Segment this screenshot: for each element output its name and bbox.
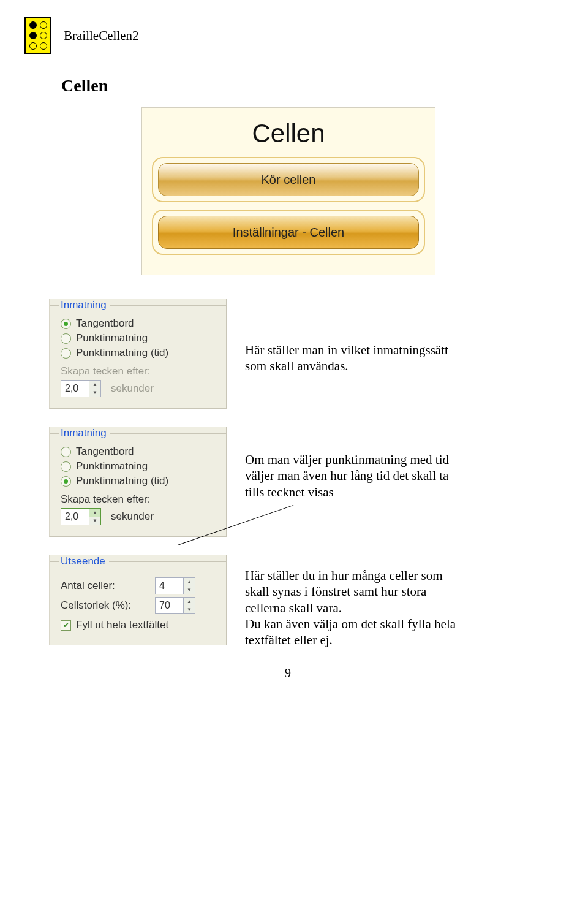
panel2-description: Om man väljer punktinmatning med tid väl… bbox=[245, 452, 466, 500]
group-title: Inmatning bbox=[59, 299, 110, 315]
run-button-frame: Kör cellen bbox=[152, 157, 425, 202]
spinner-down-icon[interactable]: ▼ bbox=[89, 517, 100, 525]
create-after-label: Skapa tecken efter: bbox=[61, 365, 220, 378]
seconds-unit: sekunder bbox=[111, 511, 154, 523]
section-heading: Cellen bbox=[61, 76, 551, 96]
settings-button-frame: Inställningar - Cellen bbox=[152, 210, 425, 255]
appearance-group: Utseende Antal celler: 4 ▲ ▼ Cellstorlek… bbox=[49, 555, 227, 645]
fill-textfield-checkbox[interactable]: ✔ bbox=[61, 620, 71, 631]
seconds-spinner[interactable]: 2,0 ▲ ▼ bbox=[61, 508, 101, 525]
header-title: BrailleCellen2 bbox=[64, 28, 138, 44]
create-after-label: Skapa tecken efter: bbox=[61, 493, 220, 506]
radio-keyboard[interactable] bbox=[61, 447, 71, 457]
panel3-description: Här ställer du in hur många celler som s… bbox=[245, 568, 466, 648]
radio-dotinput-time-label: Punktinmatning (tid) bbox=[76, 347, 168, 359]
input-group-1: Inmatning Tangentbord Punktinmatning Pun… bbox=[49, 299, 227, 409]
panel1-description: Här ställer man in vilket inmatningssätt… bbox=[245, 342, 466, 374]
cell-count-label: Antal celler: bbox=[61, 580, 115, 592]
run-cell-button[interactable]: Kör cellen bbox=[158, 163, 419, 196]
braille-logo-icon bbox=[24, 17, 51, 54]
radio-dotinput-label: Punktinmatning bbox=[76, 460, 148, 473]
spinner-up-icon[interactable]: ▲ bbox=[89, 381, 100, 389]
spinner-down-icon[interactable]: ▼ bbox=[89, 389, 100, 397]
seconds-spinner[interactable]: 2,0 ▲ ▼ bbox=[61, 380, 101, 397]
spinner-up-icon[interactable]: ▲ bbox=[89, 508, 101, 517]
page-number: 9 bbox=[24, 666, 551, 680]
radio-keyboard-label: Tangentbord bbox=[76, 446, 134, 458]
seconds-value: 2,0 bbox=[61, 509, 89, 525]
radio-dotinput-time-label: Punktinmatning (tid) bbox=[76, 475, 168, 487]
radio-keyboard-label: Tangentbord bbox=[76, 317, 134, 330]
cell-size-spinner[interactable]: 70 ▲ ▼ bbox=[155, 597, 195, 614]
cell-size-label: Cellstorlek (%): bbox=[61, 599, 131, 612]
spinner-down-icon[interactable]: ▼ bbox=[184, 606, 195, 613]
radio-dotinput[interactable] bbox=[61, 461, 71, 472]
fill-textfield-label: Fyll ut hela textfältet bbox=[76, 619, 168, 631]
spinner-up-icon[interactable]: ▲ bbox=[184, 578, 195, 586]
cell-size-value: 70 bbox=[156, 598, 183, 613]
group-title: Inmatning bbox=[59, 427, 110, 443]
radio-dotinput[interactable] bbox=[61, 333, 71, 344]
radio-dotinput-label: Punktinmatning bbox=[76, 332, 148, 344]
radio-dotinput-time[interactable] bbox=[61, 476, 71, 487]
radio-keyboard[interactable] bbox=[61, 319, 71, 329]
input-group-2: Inmatning Tangentbord Punktinmatning Pun… bbox=[49, 427, 227, 537]
seconds-value: 2,0 bbox=[61, 381, 89, 397]
settings-cell-button[interactable]: Inställningar - Cellen bbox=[158, 216, 419, 249]
group-title: Utseende bbox=[59, 555, 109, 571]
spinner-up-icon[interactable]: ▲ bbox=[184, 598, 195, 606]
cellen-menu-box: Cellen Kör cellen Inställningar - Cellen bbox=[141, 107, 435, 275]
cellen-box-title: Cellen bbox=[152, 119, 425, 148]
cell-count-spinner[interactable]: 4 ▲ ▼ bbox=[155, 577, 195, 594]
radio-dotinput-time[interactable] bbox=[61, 348, 71, 359]
spinner-down-icon[interactable]: ▼ bbox=[184, 586, 195, 594]
cell-count-value: 4 bbox=[156, 578, 183, 594]
seconds-unit: sekunder bbox=[111, 382, 154, 395]
